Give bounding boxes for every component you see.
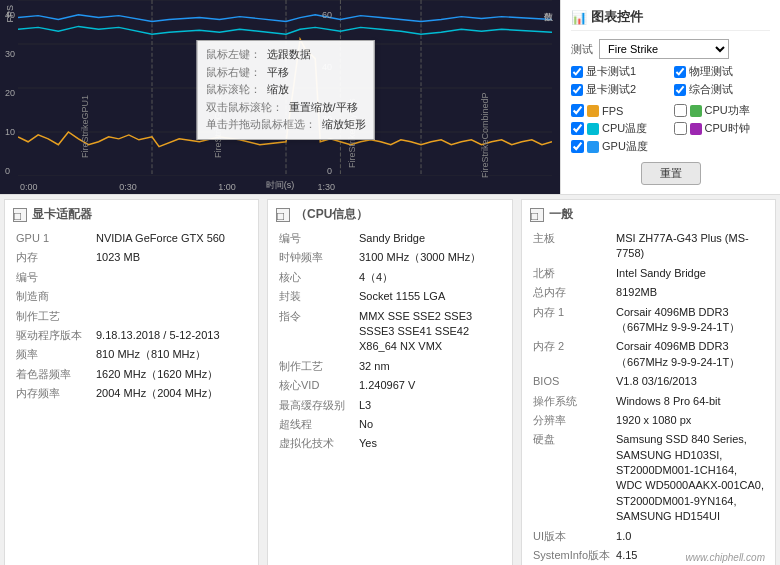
cpu-clock-color-dot <box>690 123 702 135</box>
cb-gpu-test2-input[interactable] <box>571 84 583 96</box>
cb-gpu-test1: 显卡测试1 <box>571 64 668 79</box>
table-row: 内存 1023 MB <box>13 248 250 267</box>
legend-gpu-temp: GPU温度 <box>571 139 668 154</box>
table-row: 最高缓存级别 L3 <box>276 396 504 415</box>
fps-color-dot <box>587 105 599 117</box>
cpu-row-key-4: 指令 <box>276 307 356 357</box>
table-row: 核心 4（4） <box>276 268 504 287</box>
legend-cpu-power-label: CPU功率 <box>705 103 750 118</box>
general-panel-icon: □ <box>530 208 544 222</box>
gen-row-key-3: 内存 1 <box>530 303 613 338</box>
legend-fps-cb[interactable] <box>571 104 584 117</box>
table-row: 制造商 <box>13 287 250 306</box>
table-row: BIOS V1.8 03/16/2013 <box>530 372 767 391</box>
chart-controls-title: 📊 图表控件 <box>571 8 770 31</box>
cpu-row-key-1: 时钟频率 <box>276 248 356 267</box>
gen-row-val-1: Intel Sandy Bridge <box>613 264 767 283</box>
gpu-panel-icon: □ <box>13 208 27 222</box>
cpu-panel: □ （CPU信息） 编号 Sandy Bridge 时钟频率 3100 MHz（… <box>267 199 513 565</box>
legend-cpu-power: CPU功率 <box>674 103 771 118</box>
cpu-row-key-6: 核心VID <box>276 376 356 395</box>
gpu-row-key-3: 制造商 <box>13 287 93 306</box>
cpu-row-val-6: 1.240967 V <box>356 376 504 395</box>
cb-physics-test: 物理测试 <box>674 64 771 79</box>
gen-row-val-8: Samsung SSD 840 Series, SAMSUNG HD103SI,… <box>613 430 767 526</box>
legend-cpu-power-cb[interactable] <box>674 104 687 117</box>
table-row: 制作工艺 <box>13 307 250 326</box>
gpu-row-val-7: 1620 MHz（1620 MHz） <box>93 365 250 384</box>
gen-row-key-1: 北桥 <box>530 264 613 283</box>
gen-row-key-9: UI版本 <box>530 527 613 546</box>
table-row: 核心VID 1.240967 V <box>276 376 504 395</box>
table-row: 驱动程序版本 9.18.13.2018 / 5-12-2013 <box>13 326 250 345</box>
table-row: 北桥 Intel Sandy Bridge <box>530 264 767 283</box>
table-row: 内存频率 2004 MHz（2004 MHz） <box>13 384 250 403</box>
legend-cpu-clock-label: CPU时钟 <box>705 121 750 136</box>
gpu-temp-color-dot <box>587 141 599 153</box>
legend-fps: FPS <box>571 103 668 118</box>
cb-combined-test: 综合测试 <box>674 82 771 97</box>
general-panel-title: □ 一般 <box>530 206 767 223</box>
cb-gpu-test1-input[interactable] <box>571 66 583 78</box>
table-row: 频率 810 MHz（810 MHz） <box>13 345 250 364</box>
bottom-section: □ 显卡适配器 GPU 1 NVIDIA GeForce GTX 560 内存 … <box>0 195 780 565</box>
legend-gpu-temp-label: GPU温度 <box>602 139 648 154</box>
legend-cpu-temp: CPU温度 <box>571 121 668 136</box>
cpu-row-val-4: MMX SSE SSE2 SSE3 SSSE3 SSE41 SSE42 X86_… <box>356 307 504 357</box>
gpu-info-table: GPU 1 NVIDIA GeForce GTX 560 内存 1023 MB … <box>13 229 250 404</box>
cb-gpu-test2: 显卡测试2 <box>571 82 668 97</box>
y-ticks-left: 403020100 <box>5 10 15 176</box>
legend-cpu-temp-cb[interactable] <box>571 122 584 135</box>
gen-row-key-7: 分辨率 <box>530 411 613 430</box>
gpu-row-key-2: 编号 <box>13 268 93 287</box>
table-row: 时钟频率 3100 MHz（3000 MHz） <box>276 248 504 267</box>
gpu-row-val-1: 1023 MB <box>93 248 250 267</box>
cpu-row-key-2: 核心 <box>276 268 356 287</box>
cpu-info-table: 编号 Sandy Bridge 时钟频率 3100 MHz（3000 MHz） … <box>276 229 504 454</box>
table-row: 内存 1 Corsair 4096MB DDR3（667MHz 9-9-9-24… <box>530 303 767 338</box>
legend-gpu-temp-cb[interactable] <box>571 140 584 153</box>
table-row: 指令 MMX SSE SSE2 SSE3 SSSE3 SSE41 SSE42 X… <box>276 307 504 357</box>
cpu-row-key-0: 编号 <box>276 229 356 248</box>
gpu-row-key-1: 内存 <box>13 248 93 267</box>
gen-row-key-5: BIOS <box>530 372 613 391</box>
cpu-row-val-3: Socket 1155 LGA <box>356 287 504 306</box>
table-row: 内存 2 Corsair 4096MB DDR3（667MHz 9-9-9-24… <box>530 337 767 372</box>
fps-label: FPS <box>5 5 15 23</box>
top-section: 403020100 FireStrikeGPU1 FireS <box>0 0 780 195</box>
gen-row-key-2: 总内存 <box>530 283 613 302</box>
cb-physics-test-input[interactable] <box>674 66 686 78</box>
gen-row-val-9: 1.0 <box>613 527 767 546</box>
cpu-row-key-3: 封装 <box>276 287 356 306</box>
cpu-row-val-8: No <box>356 415 504 434</box>
cb-gpu-test2-label: 显卡测试2 <box>586 82 636 97</box>
table-row: 主板 MSI ZH77A-G43 Plus (MS-7758) <box>530 229 767 264</box>
legend-cpu-clock-cb[interactable] <box>674 122 687 135</box>
gen-row-key-4: 内存 2 <box>530 337 613 372</box>
cpu-panel-icon: □ <box>276 208 290 222</box>
chart-icon: 📊 <box>571 10 587 25</box>
chart-svg: FireStrikeGPU1 <box>18 0 552 176</box>
gen-row-val-0: MSI ZH77A-G43 Plus (MS-7758) <box>613 229 767 264</box>
cpu-temp-color-dot <box>587 123 599 135</box>
cpu-row-val-7: L3 <box>356 396 504 415</box>
gpu-row-val-8: 2004 MHz（2004 MHz） <box>93 384 250 403</box>
cb-combined-test-input[interactable] <box>674 84 686 96</box>
reset-button[interactable]: 重置 <box>641 162 701 185</box>
gen-row-val-4: Corsair 4096MB DDR3（667MHz 9-9-9-24-1T） <box>613 337 767 372</box>
gpu-row-key-8: 内存频率 <box>13 384 93 403</box>
gen-row-key-0: 主板 <box>530 229 613 264</box>
general-info-table: 主板 MSI ZH77A-G43 Plus (MS-7758) 北桥 Intel… <box>530 229 767 565</box>
gpu-row-val-6: 810 MHz（810 MHz） <box>93 345 250 364</box>
table-row: 超线程 No <box>276 415 504 434</box>
test-select-row: 测试 Fire Strike Sky Diver Cloud Gate <box>571 39 770 59</box>
cpu-row-val-1: 3100 MHz（3000 MHz） <box>356 248 504 267</box>
y-ticks-right: 6040200 <box>322 10 332 176</box>
gpu-row-key-5: 驱动程序版本 <box>13 326 93 345</box>
test-select[interactable]: Fire Strike Sky Diver Cloud Gate <box>599 39 729 59</box>
gpu-row-key-0: GPU 1 <box>13 229 93 248</box>
gpu-row-val-5: 9.18.13.2018 / 5-12-2013 <box>93 326 250 345</box>
table-row: 硬盘 Samsung SSD 840 Series, SAMSUNG HD103… <box>530 430 767 526</box>
cpu-row-val-2: 4（4） <box>356 268 504 287</box>
watermark: www.chiphell.com <box>686 552 765 563</box>
